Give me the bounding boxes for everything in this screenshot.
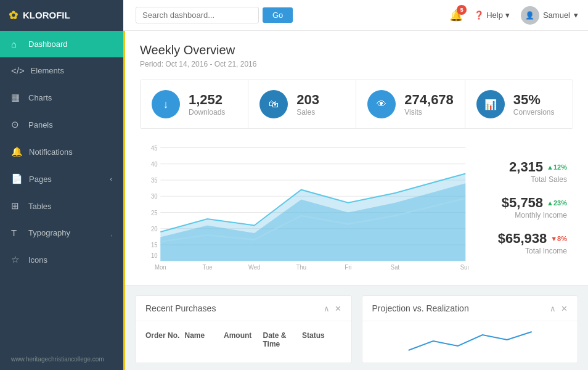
projection-chart-preview bbox=[372, 329, 568, 353]
chart-icon: ▦ bbox=[11, 92, 22, 103]
stat-downloads: ↓ 1,252 Downloads bbox=[141, 80, 248, 128]
user-menu[interactable]: 👤 Samuel ▾ bbox=[521, 6, 578, 25]
monthly-income-value: $5,758 bbox=[502, 195, 543, 211]
stat-info: 1,252 Downloads bbox=[189, 92, 225, 117]
bell-icon: 🔔 bbox=[11, 146, 23, 157]
svg-text:Fri: Fri bbox=[345, 263, 351, 271]
sidebar-label: Elements bbox=[31, 66, 64, 75]
chart-svg-area: 45 40 35 30 25 20 15 10 bbox=[140, 141, 468, 273]
svg-text:Sat: Sat bbox=[391, 263, 399, 271]
stat-label: Sales bbox=[296, 108, 319, 117]
close-icon[interactable]: ✕ bbox=[335, 304, 341, 313]
comma-label: , bbox=[110, 229, 112, 237]
stat-label: Visits bbox=[404, 108, 454, 117]
total-income-number: $65,938 ▼8% bbox=[481, 231, 567, 247]
home-icon: ⌂ bbox=[11, 39, 22, 49]
sidebar-item-typography[interactable]: T Typography , bbox=[0, 220, 123, 246]
svg-text:20: 20 bbox=[151, 226, 158, 233]
svg-text:35: 35 bbox=[151, 177, 158, 184]
sidebar-item-icons[interactable]: ☆ Icons bbox=[0, 246, 123, 273]
col-status: Status bbox=[302, 329, 341, 351]
projection-title: Projection vs. Realization bbox=[372, 303, 469, 313]
col-name: Name bbox=[185, 329, 224, 351]
svg-text:Thu: Thu bbox=[296, 263, 306, 271]
total-sales-badge: ▲12% bbox=[547, 163, 567, 171]
notification-badge: 5 bbox=[457, 5, 467, 15]
main-content: Weekly Overview Period: Oct 14, 2016 - O… bbox=[123, 31, 588, 370]
svg-text:Wed: Wed bbox=[248, 263, 260, 271]
weekly-overview-section: Weekly Overview Period: Oct 14, 2016 - O… bbox=[125, 31, 588, 286]
stat-info: 203 Sales bbox=[296, 92, 319, 117]
table-header: Order No. Name Amount Date & Time Status bbox=[145, 329, 341, 351]
total-sales-number: 2,315 ▲12% bbox=[481, 159, 567, 175]
stat-conversions: 📊 35% Conversions bbox=[465, 80, 573, 128]
total-income-badge: ▼8% bbox=[550, 235, 567, 242]
stat-sales: 🛍 203 Sales bbox=[248, 80, 356, 128]
svg-text:Sun: Sun bbox=[460, 263, 468, 271]
col-amount: Amount bbox=[224, 329, 263, 351]
svg-text:10: 10 bbox=[151, 252, 158, 260]
area-chart: 45 40 35 30 25 20 15 10 bbox=[140, 141, 468, 271]
recent-purchases-body: Order No. Name Amount Date & Time Status bbox=[136, 321, 351, 358]
user-name: Samuel bbox=[543, 10, 570, 20]
sidebar-item-panels[interactable]: ⊙ Panels bbox=[0, 111, 123, 138]
help-icon: ❓ bbox=[474, 10, 484, 20]
sidebar-label: Panels bbox=[28, 120, 53, 130]
total-income-label: Total Income bbox=[481, 247, 567, 255]
sidebar-label: Tables bbox=[28, 202, 52, 211]
go-button[interactable]: Go bbox=[263, 7, 293, 23]
sidebar-item-elements[interactable]: </> Elements bbox=[0, 57, 123, 84]
projection-header: Projection vs. Realization ∧ ✕ bbox=[362, 296, 578, 321]
total-sales-label: Total Sales bbox=[481, 175, 567, 184]
sidebar-item-dashboard[interactable]: ⌂ Dashboard bbox=[0, 31, 123, 57]
stat-label: Conversions bbox=[513, 108, 555, 117]
chevron-left-icon: ‹ bbox=[110, 175, 112, 183]
expand-icon[interactable]: ∧ bbox=[550, 304, 556, 313]
sidebar: ⌂ Dashboard </> Elements ▦ Charts ⊙ Pane… bbox=[0, 31, 123, 370]
sidebar-item-charts[interactable]: ▦ Charts bbox=[0, 84, 123, 111]
card-actions: ∧ ✕ bbox=[550, 304, 568, 313]
panels-icon: ⊙ bbox=[11, 119, 22, 130]
svg-text:Mon: Mon bbox=[155, 263, 166, 271]
svg-text:45: 45 bbox=[151, 144, 158, 152]
monthly-income-label: Monthly Income bbox=[481, 211, 567, 220]
stat-info: 35% Conversions bbox=[513, 92, 555, 117]
svg-text:40: 40 bbox=[151, 161, 158, 168]
sidebar-label: Dashboard bbox=[28, 39, 68, 49]
recent-purchases-title: Recent Purchases bbox=[145, 303, 216, 313]
sidebar-item-notifications[interactable]: 🔔 Notifications bbox=[0, 138, 123, 165]
help-label: Help bbox=[486, 10, 503, 20]
star-icon: ☆ bbox=[11, 254, 22, 265]
sidebar-item-tables[interactable]: ⊞ Tables bbox=[0, 192, 123, 220]
sidebar-label: Typography bbox=[28, 228, 70, 237]
svg-text:Tue: Tue bbox=[202, 263, 212, 271]
col-order: Order No. bbox=[145, 329, 185, 351]
help-button[interactable]: ❓ Help ▾ bbox=[474, 10, 510, 20]
header-right: 🔔 5 ❓ Help ▾ 👤 Samuel ▾ bbox=[449, 6, 578, 25]
stat-label: Downloads bbox=[189, 108, 225, 117]
stat-number: 274,678 bbox=[404, 92, 454, 108]
avatar: 👤 bbox=[521, 6, 539, 25]
sidebar-label: Charts bbox=[28, 93, 52, 102]
expand-icon[interactable]: ∧ bbox=[324, 304, 330, 313]
weekly-title: Weekly Overview bbox=[140, 43, 573, 57]
right-stat-total-sales: 2,315 ▲12% Total Sales bbox=[481, 159, 567, 184]
logo-text: KLOROFIL bbox=[23, 10, 70, 20]
code-icon: </> bbox=[11, 65, 25, 76]
close-icon[interactable]: ✕ bbox=[561, 304, 568, 313]
sidebar-item-pages[interactable]: 📄 Pages ‹ bbox=[0, 165, 123, 192]
monthly-income-number: $5,758 ▲23% bbox=[481, 195, 567, 211]
header: ✿ KLOROFIL Go 🔔 5 ❓ Help ▾ 👤 Samuel ▾ bbox=[0, 0, 588, 31]
total-sales-value: 2,315 bbox=[509, 159, 543, 175]
notification-bell[interactable]: 🔔 5 bbox=[449, 9, 463, 22]
chevron-down-icon: ▾ bbox=[574, 10, 578, 20]
chart-wrapper: 45 40 35 30 25 20 15 10 bbox=[140, 141, 573, 273]
pages-icon: 📄 bbox=[11, 173, 23, 184]
sales-icon: 🛍 bbox=[259, 90, 288, 118]
sidebar-label: Pages bbox=[29, 175, 52, 184]
search-input[interactable] bbox=[136, 7, 259, 23]
recent-purchases-header: Recent Purchases ∧ ✕ bbox=[136, 296, 351, 321]
stat-info: 274,678 Visits bbox=[404, 92, 454, 117]
logo: ✿ KLOROFIL bbox=[0, 0, 123, 31]
stat-number: 35% bbox=[513, 92, 555, 108]
